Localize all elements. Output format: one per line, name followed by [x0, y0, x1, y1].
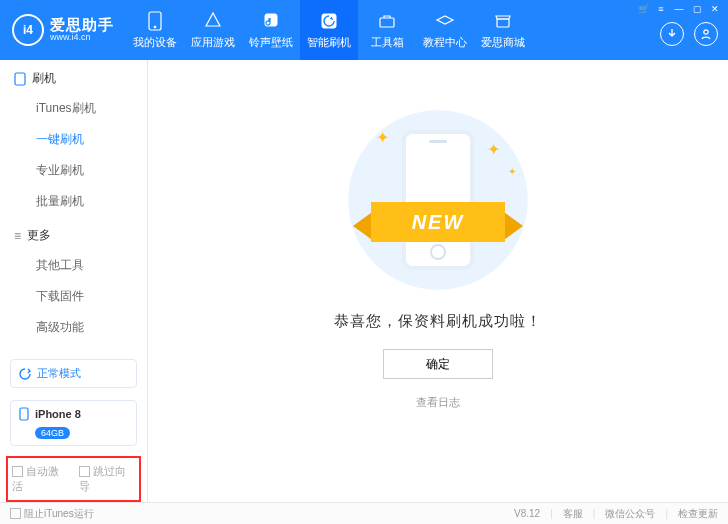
nav-apps[interactable]: 应用游戏 [184, 0, 242, 60]
sidebar-item-pro[interactable]: 专业刷机 [0, 155, 147, 186]
checkbox-icon [10, 508, 21, 519]
confirm-button[interactable]: 确定 [383, 349, 493, 379]
brand-url: www.i4.cn [50, 33, 114, 43]
svg-rect-5 [497, 19, 509, 27]
download-icon[interactable] [660, 22, 684, 46]
ringtone-icon [261, 11, 281, 31]
phone-graphic [402, 130, 474, 270]
tutorial-icon [435, 11, 455, 31]
checkbox-label: 阻止iTunes运行 [24, 508, 94, 519]
brand-name: 爱思助手 [50, 17, 114, 34]
result-message: 恭喜您，保资料刷机成功啦！ [334, 312, 542, 331]
ribbon-text: NEW [371, 202, 505, 242]
sparkle-icon: ✦ [487, 140, 500, 159]
phone-icon [145, 11, 165, 31]
nav-label: 我的设备 [133, 35, 177, 50]
support-link[interactable]: 客服 [563, 507, 583, 521]
user-icon[interactable] [694, 22, 718, 46]
sparkle-icon: ✦ [376, 128, 389, 147]
nav-device[interactable]: 我的设备 [126, 0, 184, 60]
nav-ringtone[interactable]: 铃声壁纸 [242, 0, 300, 60]
sidebar-group-more: ≡ 更多 [0, 217, 147, 250]
svg-rect-7 [15, 73, 25, 85]
toolbox-icon [377, 11, 397, 31]
sidebar-item-itunes[interactable]: iTunes刷机 [0, 93, 147, 124]
phone-icon [19, 407, 29, 421]
nav-label: 铃声壁纸 [249, 35, 293, 50]
nav-toolbox[interactable]: 工具箱 [358, 0, 416, 60]
app-header: i4 爱思助手 www.i4.cn 我的设备 应用游戏 铃声壁纸 智能刷机 工具… [0, 0, 728, 60]
checkbox-icon [12, 466, 23, 477]
sidebar-group-flash: 刷机 [0, 60, 147, 93]
body: 刷机 iTunes刷机 一键刷机 专业刷机 批量刷机 ≡ 更多 其他工具 下载固… [0, 60, 728, 502]
success-illustration: NEW ✦ ✦ ✦ [348, 110, 528, 290]
device-capacity: 64GB [35, 427, 70, 439]
sidebar: 刷机 iTunes刷机 一键刷机 专业刷机 批量刷机 ≡ 更多 其他工具 下载固… [0, 60, 148, 502]
mode-label: 正常模式 [37, 366, 81, 381]
ribbon: NEW [353, 202, 523, 242]
nav-flash-active[interactable]: 智能刷机 [300, 0, 358, 60]
sidebar-item-oneclick[interactable]: 一键刷机 [0, 124, 147, 155]
nav-mall[interactable]: 爱思商城 [474, 0, 532, 60]
nav-tutorial[interactable]: 教程中心 [416, 0, 474, 60]
checkbox-icon [79, 466, 90, 477]
maximize-icon[interactable]: ▢ [688, 2, 706, 16]
nav-label: 教程中心 [423, 35, 467, 50]
nav-label: 智能刷机 [307, 35, 351, 50]
svg-rect-8 [20, 408, 28, 420]
device-name: iPhone 8 [35, 408, 81, 420]
window-controls: 🛒 ≡ — ▢ ✕ [634, 2, 724, 16]
device-mode[interactable]: 正常模式 [10, 359, 137, 388]
shop-icon [493, 11, 513, 31]
view-log-link[interactable]: 查看日志 [416, 395, 460, 410]
menu-icon[interactable]: ≡ [652, 2, 670, 16]
brand-logo: i4 爱思助手 www.i4.cn [0, 0, 126, 60]
svg-point-1 [154, 26, 156, 28]
block-itunes-checkbox[interactable]: 阻止iTunes运行 [10, 507, 94, 521]
apps-icon [203, 11, 223, 31]
options-row: 自动激活 跳过向导 [6, 456, 141, 502]
sidebar-group-label: 更多 [27, 227, 51, 244]
phone-icon [14, 72, 26, 86]
more-icon: ≡ [14, 229, 21, 243]
header-right [660, 22, 718, 46]
wechat-link[interactable]: 微信公众号 [605, 507, 655, 521]
minimize-icon[interactable]: — [670, 2, 688, 16]
top-nav: 我的设备 应用游戏 铃声壁纸 智能刷机 工具箱 教程中心 爱思商城 [126, 0, 532, 60]
svg-point-6 [704, 30, 708, 34]
sidebar-item-advanced[interactable]: 高级功能 [0, 312, 147, 343]
version-label: V8.12 [514, 508, 540, 519]
nav-label: 工具箱 [371, 35, 404, 50]
nav-label: 爱思商城 [481, 35, 525, 50]
sidebar-item-other[interactable]: 其他工具 [0, 250, 147, 281]
sparkle-icon: ✦ [508, 166, 516, 177]
cart-icon[interactable]: 🛒 [634, 2, 652, 16]
svg-rect-4 [380, 18, 394, 27]
sidebar-item-firmware[interactable]: 下载固件 [0, 281, 147, 312]
close-icon[interactable]: ✕ [706, 2, 724, 16]
flash-icon [319, 11, 339, 31]
connected-device[interactable]: iPhone 8 64GB [10, 400, 137, 446]
main-panel: NEW ✦ ✦ ✦ 恭喜您，保资料刷机成功啦！ 确定 查看日志 [148, 60, 728, 502]
update-link[interactable]: 检查更新 [678, 507, 718, 521]
sidebar-item-batch[interactable]: 批量刷机 [0, 186, 147, 217]
status-bar: 阻止iTunes运行 V8.12 | 客服 | 微信公众号 | 检查更新 [0, 502, 728, 524]
logo-icon: i4 [12, 14, 44, 46]
nav-label: 应用游戏 [191, 35, 235, 50]
refresh-icon [19, 368, 31, 380]
skip-wizard-checkbox[interactable]: 跳过向导 [79, 464, 136, 494]
sidebar-group-label: 刷机 [32, 70, 56, 87]
auto-activate-checkbox[interactable]: 自动激活 [12, 464, 69, 494]
